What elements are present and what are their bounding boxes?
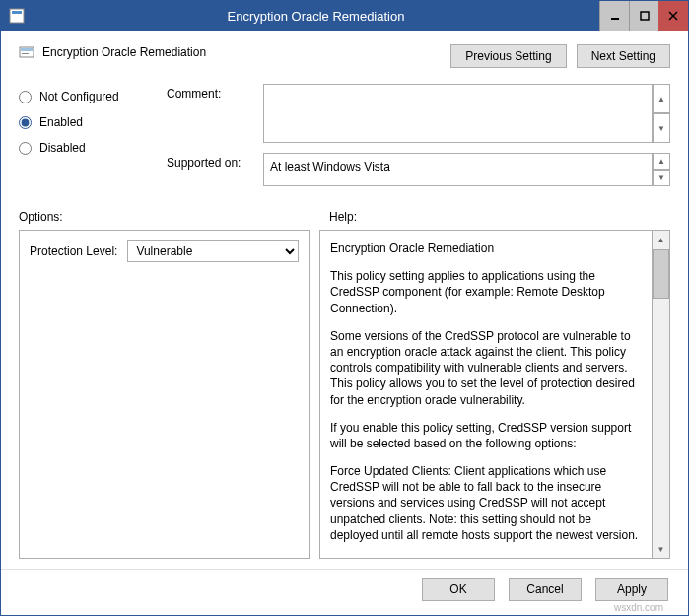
policy-title: Encryption Oracle Remediation bbox=[42, 45, 206, 59]
apply-button[interactable]: Apply bbox=[595, 578, 668, 601]
supported-label: Supported on: bbox=[167, 153, 255, 170]
cancel-button[interactable]: Cancel bbox=[509, 578, 582, 601]
scroll-up-icon: ▲ bbox=[653, 153, 670, 170]
scroll-track[interactable] bbox=[653, 299, 669, 540]
comment-scrollbar[interactable]: ▲ ▼ bbox=[653, 84, 670, 143]
close-icon bbox=[668, 11, 678, 21]
svg-rect-2 bbox=[611, 18, 619, 20]
radio-disabled[interactable]: Disabled bbox=[19, 141, 157, 155]
help-panel: Encryption Oracle Remediation This polic… bbox=[319, 230, 653, 559]
comment-label: Comment: bbox=[167, 84, 255, 101]
app-icon bbox=[9, 8, 25, 24]
previous-setting-button[interactable]: Previous Setting bbox=[450, 44, 566, 68]
policy-icon bbox=[19, 44, 34, 60]
scroll-down-icon: ▼ bbox=[653, 170, 670, 186]
help-title: Encryption Oracle Remediation bbox=[330, 240, 642, 256]
protection-level-select[interactable]: Vulnerable bbox=[127, 240, 299, 262]
window-title: Encryption Oracle Remediation bbox=[33, 9, 599, 24]
radio-disabled-input[interactable] bbox=[19, 142, 32, 155]
scroll-up-icon: ▲ bbox=[653, 231, 669, 248]
help-p1: This policy setting applies to applicati… bbox=[330, 268, 642, 316]
help-p2: Some versions of the CredSSP protocol ar… bbox=[330, 328, 642, 408]
svg-rect-8 bbox=[22, 53, 29, 54]
help-section-label: Help: bbox=[329, 210, 357, 224]
radio-not-configured-input[interactable] bbox=[19, 91, 32, 103]
radio-enabled-label: Enabled bbox=[39, 115, 83, 129]
radio-not-configured-label: Not Configured bbox=[39, 90, 119, 103]
help-p3: If you enable this policy setting, CredS… bbox=[330, 420, 642, 451]
window-minimize-button[interactable] bbox=[599, 1, 629, 31]
maximize-icon bbox=[640, 11, 650, 21]
radio-not-configured[interactable]: Not Configured bbox=[19, 90, 157, 103]
next-setting-button[interactable]: Next Setting bbox=[577, 44, 670, 68]
scroll-thumb[interactable] bbox=[653, 249, 669, 299]
window-maximize-button[interactable] bbox=[629, 1, 658, 31]
help-scrollbar[interactable]: ▲ ▼ bbox=[653, 230, 670, 559]
svg-rect-3 bbox=[641, 12, 649, 20]
options-section-label: Options: bbox=[19, 210, 319, 224]
options-panel: Protection Level: Vulnerable bbox=[19, 230, 310, 559]
window-close-button[interactable] bbox=[658, 1, 688, 31]
window-titlebar: Encryption Oracle Remediation bbox=[1, 1, 688, 31]
supported-scrollbar[interactable]: ▲ ▼ bbox=[653, 153, 670, 186]
scroll-up-icon: ▲ bbox=[653, 84, 670, 113]
protection-level-label: Protection Level: bbox=[30, 244, 117, 258]
scroll-down-icon: ▼ bbox=[653, 540, 669, 558]
radio-disabled-label: Disabled bbox=[39, 141, 86, 155]
supported-field: At least Windows Vista bbox=[263, 153, 653, 186]
svg-rect-1 bbox=[12, 11, 22, 14]
radio-enabled[interactable]: Enabled bbox=[19, 115, 157, 129]
comment-field[interactable] bbox=[263, 84, 653, 143]
minimize-icon bbox=[610, 11, 620, 21]
help-p5: Mitigated: Client applications which use… bbox=[330, 555, 642, 559]
svg-rect-7 bbox=[21, 48, 33, 51]
help-p4: Force Updated Clients: Client applicatio… bbox=[330, 463, 642, 543]
scroll-down-icon: ▼ bbox=[653, 113, 670, 143]
radio-enabled-input[interactable] bbox=[19, 116, 32, 129]
ok-button[interactable]: OK bbox=[422, 578, 495, 601]
